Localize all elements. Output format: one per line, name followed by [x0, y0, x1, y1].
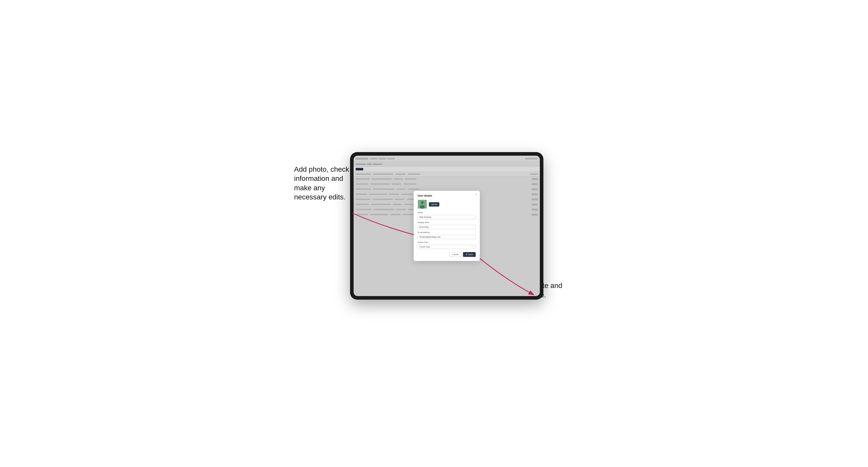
- tablet-device: User details × Upload: [350, 152, 544, 300]
- school-year-label: School Year: [418, 241, 476, 243]
- school-year-select-wrapper: First Year Second Year Third Year Fourth…: [418, 244, 476, 249]
- select-clear-icon[interactable]: ×: [471, 245, 473, 248]
- upload-photo-button[interactable]: Upload: [429, 202, 439, 207]
- chevron-down-icon: ⌄: [473, 245, 475, 248]
- tablet-screen: User details × Upload: [353, 156, 540, 296]
- email-input[interactable]: [418, 235, 476, 239]
- scene: Add photo, check information and make an…: [294, 145, 574, 322]
- school-year-select[interactable]: First Year Second Year Third Year Fourth…: [418, 245, 476, 249]
- display-name-input[interactable]: [418, 225, 476, 229]
- cancel-button[interactable]: Cancel: [450, 252, 462, 257]
- modal-title: User details: [418, 194, 476, 197]
- name-input[interactable]: [418, 215, 476, 219]
- photo-image: [418, 200, 427, 209]
- svg-point-1: [421, 201, 424, 204]
- display-name-field-group: Display name: [418, 221, 476, 229]
- modal-footer: Cancel ⬆ Save: [418, 252, 476, 257]
- user-details-modal: User details × Upload: [414, 191, 480, 261]
- modal-overlay: User details × Upload: [353, 156, 540, 296]
- select-controls: × ⌄: [471, 245, 475, 248]
- email-label: Email address: [418, 231, 476, 234]
- modal-close-button[interactable]: ×: [475, 193, 477, 196]
- annotation-left: Add photo, check information and make an…: [294, 165, 352, 202]
- name-field-group: Name: [418, 211, 476, 219]
- save-button[interactable]: ⬆ Save: [463, 252, 476, 257]
- save-label: Save: [468, 253, 473, 256]
- name-label: Name: [418, 211, 476, 214]
- email-field-group: Email address: [418, 231, 476, 239]
- user-photo-thumbnail: [418, 200, 427, 209]
- photo-upload-row: Upload: [418, 200, 476, 209]
- save-icon: ⬆: [466, 253, 468, 256]
- school-year-field-group: School Year First Year Second Year Third…: [418, 241, 476, 249]
- display-name-label: Display name: [418, 221, 476, 224]
